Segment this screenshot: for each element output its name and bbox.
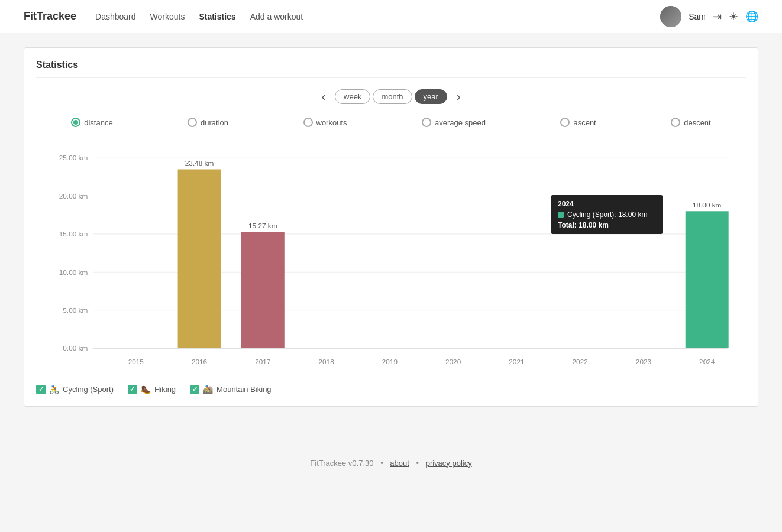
metric-ascent-label: ascent xyxy=(573,118,596,127)
chart-area: 25.00 km 20.00 km 15.00 km 10.00 km 5.00… xyxy=(42,139,740,375)
main-content: Statistics ‹ week month year › distance … xyxy=(0,33,782,421)
svg-text:2019: 2019 xyxy=(382,358,398,365)
legend-checkbox-cycling xyxy=(36,385,46,394)
radio-avg-speed xyxy=(422,118,431,127)
radio-workouts xyxy=(303,118,313,127)
cycling-icon: 🚴 xyxy=(49,385,59,394)
chart-legend: 🚴 Cycling (Sport) 🥾 Hiking 🚵 Mountain Bi… xyxy=(36,385,746,394)
legend-mountain-biking[interactable]: 🚵 Mountain Biking xyxy=(190,385,272,394)
svg-text:20.00 km: 20.00 km xyxy=(59,192,88,200)
svg-text:2024: 2024 xyxy=(699,358,715,365)
metric-duration-label: duration xyxy=(201,118,228,127)
logout-icon[interactable]: ⇥ xyxy=(713,10,722,23)
svg-text:23.48 km: 23.48 km xyxy=(185,159,214,167)
username-label: Sam xyxy=(689,12,706,21)
footer: FitTrackee v0.7.30 • about • privacy pol… xyxy=(0,445,782,482)
brand-link[interactable]: FitTrackee xyxy=(24,10,76,22)
language-icon[interactable]: 🌐 xyxy=(745,10,758,23)
footer-version: v0.7.30 xyxy=(348,459,374,468)
period-year-button[interactable]: year xyxy=(415,89,447,104)
prev-period-button[interactable]: ‹ xyxy=(316,87,330,106)
bar-2017[interactable] xyxy=(241,232,285,348)
svg-text:2021: 2021 xyxy=(509,358,524,365)
mtb-icon: 🚵 xyxy=(203,385,213,394)
legend-cycling-label: Cycling (Sport) xyxy=(63,385,114,394)
bar-2016[interactable] xyxy=(178,169,221,348)
hiking-icon: 🥾 xyxy=(141,385,151,394)
svg-text:15.27 km: 15.27 km xyxy=(248,222,277,229)
nav-statistics[interactable]: Statistics xyxy=(199,12,235,21)
legend-mtb-label: Mountain Biking xyxy=(216,385,272,394)
metric-workouts[interactable]: workouts xyxy=(303,118,347,127)
metric-avg-speed[interactable]: average speed xyxy=(422,118,486,127)
legend-checkbox-hiking xyxy=(128,385,137,394)
navbar-right: Sam ⇥ ☀ 🌐 xyxy=(660,6,758,27)
metric-workouts-label: workouts xyxy=(316,118,347,127)
chart-svg: 25.00 km 20.00 km 15.00 km 10.00 km 5.00… xyxy=(42,139,740,374)
legend-cycling[interactable]: 🚴 Cycling (Sport) xyxy=(36,385,114,394)
metric-selector: distance duration workouts average speed… xyxy=(36,118,746,127)
card-title: Statistics xyxy=(36,60,746,78)
footer-sep2: • xyxy=(416,459,419,468)
navbar: FitTrackee Dashboard Workouts Statistics… xyxy=(0,0,782,33)
next-period-button[interactable]: › xyxy=(452,87,466,106)
period-month-button[interactable]: month xyxy=(373,89,412,104)
period-controls: ‹ week month year › xyxy=(36,87,746,106)
metric-ascent[interactable]: ascent xyxy=(560,118,596,127)
legend-checkbox-mtb xyxy=(190,385,199,394)
period-week-button[interactable]: week xyxy=(335,89,370,104)
footer-sep1: • xyxy=(380,459,383,468)
svg-text:2018: 2018 xyxy=(318,358,334,365)
svg-text:10.00 km: 10.00 km xyxy=(59,268,88,276)
metric-distance-label: distance xyxy=(84,118,112,127)
radio-ascent xyxy=(560,118,570,127)
svg-text:25.00 km: 25.00 km xyxy=(59,154,88,161)
legend-hiking-label: Hiking xyxy=(154,385,176,394)
metric-avg-speed-label: average speed xyxy=(435,118,486,127)
svg-text:5.00 km: 5.00 km xyxy=(63,306,88,314)
nav-workouts[interactable]: Workouts xyxy=(150,12,185,21)
statistics-card: Statistics ‹ week month year › distance … xyxy=(24,47,758,407)
svg-text:2022: 2022 xyxy=(573,358,588,365)
metric-distance[interactable]: distance xyxy=(71,118,112,127)
svg-text:2017: 2017 xyxy=(255,358,270,365)
svg-text:2016: 2016 xyxy=(192,358,208,365)
nav-links: Dashboard Workouts Statistics Add a work… xyxy=(95,12,660,21)
period-buttons: week month year xyxy=(335,89,447,104)
footer-privacy-link[interactable]: privacy policy xyxy=(426,459,472,468)
metric-descent[interactable]: descent xyxy=(671,118,711,127)
footer-about-link[interactable]: about xyxy=(390,459,409,468)
svg-text:0.00 km: 0.00 km xyxy=(63,344,88,352)
svg-text:2023: 2023 xyxy=(636,358,652,365)
metric-descent-label: descent xyxy=(684,118,711,127)
nav-add-workout[interactable]: Add a workout xyxy=(250,12,303,21)
avatar-image xyxy=(660,6,681,27)
bar-2024[interactable] xyxy=(686,211,729,348)
legend-hiking[interactable]: 🥾 Hiking xyxy=(128,385,176,394)
svg-text:2020: 2020 xyxy=(445,358,461,365)
theme-icon[interactable]: ☀ xyxy=(729,10,738,23)
radio-descent xyxy=(671,118,680,127)
svg-text:15.00 km: 15.00 km xyxy=(59,230,88,238)
svg-text:18.00 km: 18.00 km xyxy=(693,201,722,209)
radio-duration xyxy=(188,118,197,127)
svg-text:2015: 2015 xyxy=(128,358,144,365)
nav-dashboard[interactable]: Dashboard xyxy=(95,12,136,21)
radio-distance xyxy=(71,118,80,127)
avatar xyxy=(660,6,681,27)
metric-duration[interactable]: duration xyxy=(188,118,228,127)
footer-brand: FitTrackee xyxy=(310,459,346,468)
